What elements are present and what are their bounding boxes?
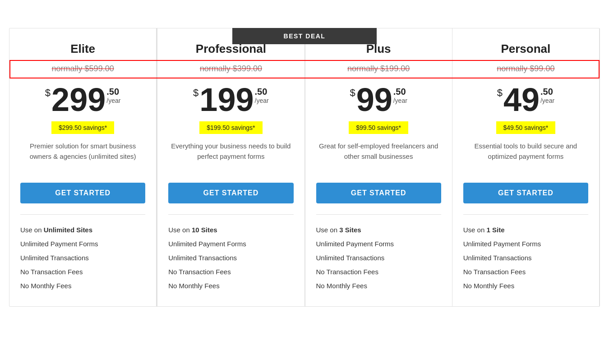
feature-item-personal-1: Unlimited Payment Forms xyxy=(463,237,588,251)
feature-item-personal-0: Use on 1 Site xyxy=(463,223,588,237)
original-price-row-plus: normally $199.00 xyxy=(316,60,441,77)
feature-item-plus-3: No Transaction Fees xyxy=(316,265,441,279)
feature-item-elite-0: Use on Unlimited Sites xyxy=(20,223,145,237)
price-dollar-sign-personal: $ xyxy=(497,87,503,99)
original-price-plus: normally $199.00 xyxy=(347,64,410,73)
divider-plus xyxy=(316,214,441,215)
get-started-button-professional[interactable]: GET STARTED xyxy=(168,183,293,203)
price-cents-professional: .50 xyxy=(255,87,268,96)
price-right-elite: .50/year xyxy=(106,87,120,104)
feature-item-elite-3: No Transaction Fees xyxy=(20,265,145,279)
best-deal-banner: BEST DEAL xyxy=(232,28,377,44)
divider-personal xyxy=(463,214,588,215)
feature-item-elite-2: Unlimited Transactions xyxy=(20,251,145,265)
features-list-plus: Use on 3 SitesUnlimited Payment FormsUnl… xyxy=(316,223,441,293)
plan-description-plus: Great for self-employed freelancers and … xyxy=(316,141,441,174)
price-main-professional: 199 xyxy=(199,83,254,116)
price-dollar-sign-elite: $ xyxy=(45,87,51,99)
price-period-personal: /year xyxy=(540,97,554,104)
pricing-wrapper: BEST DEAL Elitenormally $599.00$299.50/y… xyxy=(9,28,600,307)
get-started-button-plus[interactable]: GET STARTED xyxy=(316,183,441,203)
price-dollar-sign-professional: $ xyxy=(193,87,198,99)
feature-item-professional-4: No Monthly Fees xyxy=(168,279,293,293)
plan-col-elite: Elitenormally $599.00$299.50/year$299.50… xyxy=(9,28,157,306)
get-started-button-elite[interactable]: GET STARTED xyxy=(20,183,145,203)
feature-item-plus-2: Unlimited Transactions xyxy=(316,251,441,265)
plan-col-personal: Personalnormally $99.00$49.50/year$49.50… xyxy=(452,28,600,306)
price-dollar-sign-plus: $ xyxy=(350,87,355,99)
feature-item-elite-4: No Monthly Fees xyxy=(20,279,145,293)
original-price-row-elite: normally $599.00 xyxy=(20,60,145,77)
feature-item-plus-4: No Monthly Fees xyxy=(316,279,441,293)
features-list-personal: Use on 1 SiteUnlimited Payment FormsUnli… xyxy=(463,223,588,293)
price-cents-plus: .50 xyxy=(393,87,406,96)
price-cents-elite: .50 xyxy=(106,87,119,96)
price-right-personal: .50/year xyxy=(540,87,554,104)
price-period-plus: /year xyxy=(393,97,407,104)
plan-description-professional: Everything your business needs to build … xyxy=(168,141,293,174)
feature-item-elite-1: Unlimited Payment Forms xyxy=(20,237,145,251)
savings-badge-personal: $49.50 savings* xyxy=(496,121,556,134)
price-main-plus: 99 xyxy=(356,83,392,116)
plan-title-personal: Personal xyxy=(463,42,588,56)
price-period-elite: /year xyxy=(106,97,120,104)
feature-item-plus-1: Unlimited Payment Forms xyxy=(316,237,441,251)
feature-item-professional-1: Unlimited Payment Forms xyxy=(168,237,293,251)
best-deal-label: BEST DEAL xyxy=(284,32,326,40)
plans-container: Elitenormally $599.00$299.50/year$299.50… xyxy=(9,28,600,307)
plan-description-personal: Essential tools to build secure and opti… xyxy=(463,141,588,174)
divider-elite xyxy=(20,214,145,215)
feature-item-personal-3: No Transaction Fees xyxy=(463,265,588,279)
savings-badge-professional: $199.50 savings* xyxy=(199,121,262,134)
savings-badge-elite: $299.50 savings* xyxy=(51,121,114,134)
price-right-professional: .50/year xyxy=(255,87,269,104)
price-cents-personal: .50 xyxy=(540,87,553,96)
price-row-professional: $199.50/year xyxy=(168,83,293,116)
feature-item-professional-0: Use on 10 Sites xyxy=(168,223,293,237)
plan-description-elite: Premier solution for smart business owne… xyxy=(20,141,145,174)
plan-col-professional: Professionalnormally $399.00$199.50/year… xyxy=(157,28,305,306)
get-started-button-personal[interactable]: GET STARTED xyxy=(463,183,588,203)
price-row-elite: $299.50/year xyxy=(20,83,145,116)
features-list-elite: Use on Unlimited SitesUnlimited Payment … xyxy=(20,223,145,293)
price-row-plus: $99.50/year xyxy=(316,83,441,116)
plan-col-plus: Plusnormally $199.00$99.50/year$99.50 sa… xyxy=(305,28,452,306)
plan-title-elite: Elite xyxy=(20,42,145,56)
features-list-professional: Use on 10 SitesUnlimited Payment FormsUn… xyxy=(168,223,293,293)
original-price-professional: normally $399.00 xyxy=(200,64,262,73)
original-price-personal: normally $99.00 xyxy=(497,64,554,73)
original-price-row-personal: normally $99.00 xyxy=(463,60,588,77)
original-price-row-professional: normally $399.00 xyxy=(168,60,293,77)
price-main-personal: 49 xyxy=(503,83,540,116)
feature-item-personal-2: Unlimited Transactions xyxy=(463,251,588,265)
feature-item-plus-0: Use on 3 Sites xyxy=(316,223,441,237)
price-row-personal: $49.50/year xyxy=(463,83,588,116)
price-period-professional: /year xyxy=(255,97,269,104)
original-price-elite: normally $599.00 xyxy=(52,64,114,73)
price-right-plus: .50/year xyxy=(393,87,407,104)
feature-item-professional-3: No Transaction Fees xyxy=(168,265,293,279)
savings-badge-plus: $99.50 savings* xyxy=(349,121,408,134)
feature-item-professional-2: Unlimited Transactions xyxy=(168,251,293,265)
divider-professional xyxy=(168,214,293,215)
price-main-elite: 299 xyxy=(51,83,106,116)
feature-item-personal-4: No Monthly Fees xyxy=(463,279,588,293)
